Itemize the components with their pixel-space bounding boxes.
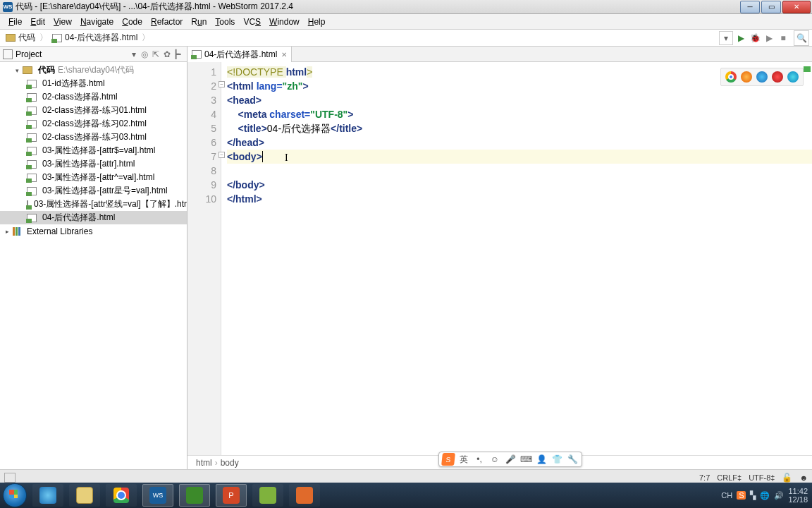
chevron-down-icon[interactable]: ▾ xyxy=(129,49,139,59)
breadcrumb-folder[interactable]: 代码 xyxy=(3,32,38,44)
editor-tab[interactable]: 04-后代选择器.html ✕ xyxy=(187,47,292,62)
ime-lang[interactable]: 英 xyxy=(457,453,470,466)
tree-file[interactable]: 02-class选择器-练习01.html xyxy=(0,104,187,117)
task-camtasia[interactable] xyxy=(179,484,210,507)
safari-icon[interactable] xyxy=(756,71,768,83)
tree-file[interactable]: 01-id选择器.html xyxy=(0,77,187,90)
tree-file[interactable]: 03-属性选择器-[attr$=val].html xyxy=(0,144,187,157)
menu-run[interactable]: Run xyxy=(187,16,211,28)
editor-tab-label: 04-后代选择器.html xyxy=(204,49,277,61)
crumb-html[interactable]: html xyxy=(196,458,212,468)
caret-down-icon[interactable]: ▾ xyxy=(16,67,23,74)
debug-button[interactable]: 🐞 xyxy=(749,32,761,44)
editor-area: 04-后代选择器.html ✕ 12345678910 <!DOCTYPE ht… xyxy=(187,47,812,469)
menu-refactor[interactable]: Refactor xyxy=(147,16,187,28)
crumb-body[interactable]: body xyxy=(221,458,239,468)
ime-keyboard-icon[interactable]: ⌨ xyxy=(519,453,532,466)
start-button[interactable] xyxy=(3,483,27,507)
line-gutter: 12345678910 xyxy=(187,62,221,455)
maximize-button[interactable]: ▭ xyxy=(761,1,781,13)
tree-file[interactable]: 03-属性选择器-[attr].html xyxy=(0,157,187,171)
menu-view[interactable]: View xyxy=(49,16,76,28)
menu-vcs[interactable]: VCS xyxy=(239,16,265,28)
tree-file[interactable]: 03-属性选择器-[attr竖线=val]【了解】.html xyxy=(0,198,187,211)
menu-file[interactable]: File xyxy=(4,16,26,28)
tray-network-icon[interactable]: 🌐 xyxy=(760,491,770,500)
sogou-icon[interactable]: S xyxy=(441,453,455,466)
tree-file-name: 03-属性选择器-[attr^=val].html xyxy=(42,171,154,183)
menu-tools[interactable]: Tools xyxy=(211,16,239,28)
tray-lang[interactable]: CH xyxy=(721,491,732,500)
close-button[interactable]: ✕ xyxy=(782,1,811,13)
file-encoding[interactable]: UTF-8‡ xyxy=(749,473,775,482)
run-config-dropdown[interactable]: ▾ xyxy=(719,31,733,45)
tray-sogou[interactable]: S xyxy=(737,491,746,500)
hide-icon[interactable]: ┣╸ xyxy=(173,49,184,59)
task-app-green[interactable] xyxy=(252,484,283,507)
target-icon[interactable]: ◎ xyxy=(139,49,150,59)
tree-root-path: E:\share\day04\代码 xyxy=(58,64,134,76)
tray-flag-icon[interactable]: ▚ xyxy=(750,491,756,500)
task-powerpoint[interactable]: P xyxy=(216,484,247,507)
menu-help[interactable]: Help xyxy=(304,16,330,28)
run-button[interactable]: ▶ xyxy=(734,32,747,44)
tree-file[interactable]: 02-class选择器-练习02.html xyxy=(0,117,187,131)
external-libraries[interactable]: ▸ External Libraries xyxy=(0,224,187,238)
stop-button[interactable]: ■ xyxy=(777,32,789,44)
minimize-button[interactable]: ─ xyxy=(740,1,760,13)
lock-icon[interactable]: 🔓 xyxy=(782,473,792,483)
project-tree[interactable]: ▾ 代码 E:\share\day04\代码 01-id选择器.html02-c… xyxy=(0,62,187,469)
task-webstorm[interactable]: WS xyxy=(142,484,173,507)
menu-code[interactable]: Code xyxy=(118,16,147,28)
folder-icon xyxy=(6,34,16,42)
caret-right-icon[interactable]: ▸ xyxy=(6,228,13,235)
line-separator[interactable]: CRLF‡ xyxy=(717,473,742,482)
task-chrome[interactable] xyxy=(106,484,137,507)
breadcrumb-file[interactable]: 04-后代选择器.html xyxy=(49,32,140,44)
menu-window[interactable]: Window xyxy=(265,16,304,28)
chrome-icon[interactable] xyxy=(725,71,737,83)
browser-icons-bar xyxy=(720,68,804,86)
tree-file[interactable]: 04-后代选择器.html xyxy=(0,211,187,224)
project-tool-header[interactable]: Project ▾ ◎ ⇱ ✿ ┣╸ xyxy=(0,47,187,62)
tree-file[interactable]: 03-属性选择器-[attr^=val].html xyxy=(0,171,187,184)
ime-user-icon[interactable]: 👤 xyxy=(535,453,548,466)
task-explorer[interactable] xyxy=(69,484,100,507)
search-everywhere-button[interactable]: 🔍 xyxy=(794,30,809,46)
menu-edit[interactable]: Edit xyxy=(26,16,49,28)
ime-emoji-icon[interactable]: ☺ xyxy=(488,453,501,466)
ime-punct-icon[interactable]: •, xyxy=(473,453,486,466)
system-tray[interactable]: CH S ▚ 🌐 🔊 11:42 12/18 xyxy=(721,487,809,504)
gear-icon[interactable]: ✿ xyxy=(161,49,173,59)
tree-root[interactable]: ▾ 代码 E:\share\day04\代码 xyxy=(0,64,187,77)
main-area: Project ▾ ◎ ⇱ ✿ ┣╸ ▾ 代码 E:\share\day04\代… xyxy=(0,47,812,469)
task-app-orange[interactable] xyxy=(289,484,320,507)
tray-volume-icon[interactable]: 🔊 xyxy=(774,491,784,500)
tree-file[interactable]: 03-属性选择器-[attr星号=val].html xyxy=(0,184,187,198)
code-editor[interactable]: 12345678910 <!DOCTYPE html>−<html lang="… xyxy=(187,62,812,455)
html-file-icon xyxy=(27,200,28,209)
tab-close-icon[interactable]: ✕ xyxy=(281,51,287,59)
tray-date: 12/18 xyxy=(788,495,808,504)
libraries-icon xyxy=(13,227,23,236)
task-ie[interactable] xyxy=(32,484,63,507)
code-lines[interactable]: <!DOCTYPE html>−<html lang="zh"><head> <… xyxy=(221,62,812,455)
html-file-icon xyxy=(27,160,37,169)
menu-navigate[interactable]: Navigate xyxy=(76,16,118,28)
tree-file[interactable]: 02-class选择器.html xyxy=(0,90,187,104)
hector-icon[interactable]: ☻ xyxy=(799,473,808,482)
ime-toolbar[interactable]: S 英 •, ☺ 🎤 ⌨ 👤 👕 🔧 xyxy=(438,452,582,467)
coverage-button[interactable]: ▶ xyxy=(763,32,775,44)
opera-icon[interactable] xyxy=(772,71,783,83)
error-stripe-ok xyxy=(804,66,811,72)
ime-voice-icon[interactable]: 🎤 xyxy=(504,453,517,466)
ime-tools-icon[interactable]: 🔧 xyxy=(566,453,579,466)
breadcrumb-file-label: 04-后代选择器.html xyxy=(65,32,137,44)
ie-icon[interactable] xyxy=(787,71,799,83)
tree-file[interactable]: 02-class选择器-练习03.html xyxy=(0,131,187,144)
ime-skin-icon[interactable]: 👕 xyxy=(550,453,563,466)
todo-icon[interactable] xyxy=(4,473,16,483)
collapse-icon[interactable]: ⇱ xyxy=(150,49,161,59)
tray-clock[interactable]: 11:42 12/18 xyxy=(788,487,808,504)
firefox-icon[interactable] xyxy=(741,71,752,83)
